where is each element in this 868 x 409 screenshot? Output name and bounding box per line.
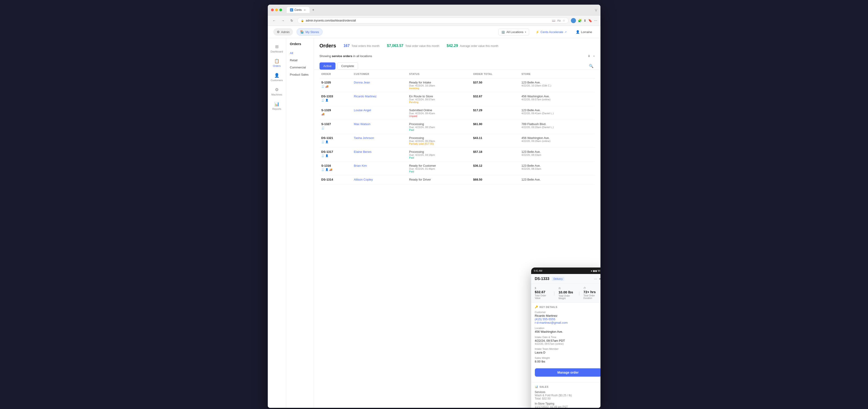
customer-link[interactable]: Max Watson [354, 122, 370, 126]
total-cell: $57.18 [471, 148, 520, 162]
sidebar-item-customers[interactable]: 👤 Customers [268, 70, 286, 84]
sidebar-item-reports[interactable]: 📊 Reports [268, 99, 286, 113]
download-orders-icon[interactable]: ⬇ [588, 54, 590, 58]
user-menu-button[interactable]: 👤 Lorraine [573, 29, 595, 35]
intake-datetime-value: 4/22/24, 09:57am PDT [535, 339, 600, 343]
bookmarks-icon[interactable]: 🔖 [588, 19, 592, 23]
table-row[interactable]: S-1329 🚚 Louise Angel Submitted Online D… [319, 106, 595, 120]
total-cell: $43.11 [471, 134, 520, 148]
col-header-status: STATUS [407, 70, 471, 78]
table-row[interactable]: DS-1314 Allison Copley Ready for Driver … [319, 175, 595, 184]
sidebar-label-machines: Machines [271, 93, 282, 96]
status-cell: Ready for Driver [407, 175, 471, 184]
customers-icon: 👤 [274, 73, 279, 78]
table-row[interactable]: S-1316 🧾 👤 🚚 Brian Kim Ready for Custome… [319, 162, 595, 175]
tab-close-button[interactable]: ✕ [303, 8, 306, 11]
sidebar-item-dashboard[interactable]: ⊞ Dashboard [268, 42, 286, 55]
order-icons: 🧾 🚚 [321, 85, 350, 88]
store-date: 4/22/20, 09:41am (Daniel L.) [522, 112, 593, 115]
order-id: DS-1333 [321, 94, 350, 98]
sidebar-label-reports: Reports [272, 108, 281, 110]
window-controls[interactable]: ⋁ [595, 8, 597, 11]
accelerate-button[interactable]: ⚡ Cents Accelerate ↗ [533, 29, 569, 35]
forward-button[interactable]: → [280, 17, 286, 24]
store-address: 456 Washington Ave. [522, 136, 593, 140]
accelerate-icon: ⚡ [535, 30, 539, 34]
filter-description: Showing service orders in all locations [319, 54, 372, 58]
extensions-icon[interactable]: 🧩 [578, 19, 582, 23]
sales-weight-kd-label: Sales Weight [535, 356, 600, 359]
tab-active[interactable]: Active [319, 62, 336, 69]
search-icon[interactable]: 🔍 [588, 62, 595, 69]
order-id-cell: DS-1333 🧾 👤 [319, 92, 352, 106]
fullscreen-window-button[interactable] [279, 8, 282, 11]
download-icon[interactable]: ⬇ [584, 19, 586, 23]
new-tab-button[interactable]: + [311, 7, 316, 13]
sales-label: SALES [539, 385, 549, 388]
customer-link[interactable]: Tasha Johnson [354, 136, 374, 140]
status-cell: Ready for Intake Due: 4/23/24, 10:18am I… [407, 78, 471, 92]
sidebar-item-orders[interactable]: 📋 Orders [268, 56, 286, 69]
location-selector[interactable]: 🏢 All Locations ▾ [498, 29, 529, 35]
intake-datetime-sub: 4/22/20, 09:57am (online) [535, 343, 600, 345]
mobile-total-order-value: $32.67 [535, 290, 550, 294]
customer-link[interactable]: Elaine Benes [354, 150, 372, 153]
profile-icon[interactable] [571, 18, 576, 23]
close-window-button[interactable] [271, 8, 274, 11]
orders-filter-product-sales[interactable]: Product Sales [286, 71, 314, 78]
mobile-duration-label: Total Order Duration [583, 294, 600, 299]
reports-icon: 📊 [274, 101, 279, 107]
orders-filter-retail[interactable]: Retail [286, 57, 314, 64]
customer-link[interactable]: Louise Angel [354, 109, 371, 112]
my-stores-button[interactable]: 🏪 My Stores [297, 28, 322, 36]
tab-complete[interactable]: Complete [337, 62, 358, 69]
building-icon: 🏢 [501, 30, 505, 34]
kd-intake-datetime: Intake Date & Time 4/22/24, 09:57am PDT … [535, 336, 600, 345]
manage-order-button[interactable]: Manage order [535, 368, 600, 377]
customer-cell: Donna Jean [352, 78, 407, 92]
mobile-more-icon[interactable]: ⋯ [594, 277, 597, 281]
key-details-label: KEY DETAILS [539, 305, 557, 309]
orders-filter-commercial[interactable]: Commercial [286, 64, 314, 71]
menu-icon[interactable]: ⋯ [594, 19, 597, 23]
order-icons: 🧾 👤 🚚 [321, 168, 350, 171]
store-address: 123 Belle Ave. [522, 164, 593, 167]
active-browser-tab[interactable]: C Cents ✕ [287, 7, 310, 13]
address-bar[interactable]: 🔒 admin.trycents.com/dashboard/orders/al… [297, 18, 568, 24]
payment-status: Invoicing [409, 87, 469, 90]
order-id-cell: S-1335 🧾 🚚 [319, 78, 352, 92]
status-text: Processing [409, 150, 469, 153]
admin-button[interactable]: ⚙ Admin [273, 28, 293, 36]
reading-mode-icon[interactable]: 📖 [552, 19, 555, 22]
table-row[interactable]: DS-1317 🧾 👤 Elaine Benes Processing Due:… [319, 148, 595, 162]
star-icon[interactable]: ☆ [563, 19, 565, 22]
services-label: Services [535, 390, 600, 394]
refresh-button[interactable]: ↻ [288, 17, 295, 24]
customer-link[interactable]: Allison Copley [354, 178, 373, 181]
payment-status: Partially paid ($17.00) [409, 142, 469, 145]
table-row[interactable]: DS-1333 🧾 👤 Ricardo Martinez En Route to… [319, 92, 595, 106]
customer-link[interactable]: Brian Kim [354, 164, 367, 167]
sidebar-label-orders: Orders [273, 64, 281, 67]
filter-icons: ⬇ + [588, 54, 595, 58]
back-button[interactable]: ← [271, 17, 277, 24]
reader-icon[interactable]: Aa [557, 19, 561, 22]
mobile-weight-label: Total Order Weight [558, 295, 575, 300]
mobile-stat-weight: ⚖ 10.00 lbs Total Order Weight [558, 287, 575, 300]
customer-cell: Max Watson [352, 120, 407, 134]
order-id-cell: S-1327 🧾 [319, 120, 352, 134]
customer-link[interactable]: Ricardo Martinez [354, 94, 376, 98]
add-order-icon[interactable]: + [593, 54, 595, 58]
sidebar-item-machines[interactable]: ⚙ Machines [268, 85, 286, 98]
stat-total-orders: 167 Total orders this month [344, 44, 380, 48]
table-row[interactable]: S-1327 🧾 Max Watson Processing Due: 4/23… [319, 120, 595, 134]
store-cell: 789 Flatbush Blvd. 4/22/20, 09:28am (Dan… [520, 120, 595, 134]
orders-filter-all[interactable]: All [286, 50, 314, 57]
order-icons: 🧾 [321, 126, 350, 129]
machines-icon: ⚙ [274, 87, 279, 92]
table-row[interactable]: S-1335 🧾 🚚 Donna Jean Ready for Intake D… [319, 78, 595, 92]
table-row[interactable]: DS-1321 🧾 👤 Tasha Johnson Processing Due… [319, 134, 595, 148]
mobile-close-icon[interactable]: ✕ [599, 277, 600, 281]
minimize-window-button[interactable] [275, 8, 278, 11]
customer-link[interactable]: Donna Jean [354, 81, 370, 84]
